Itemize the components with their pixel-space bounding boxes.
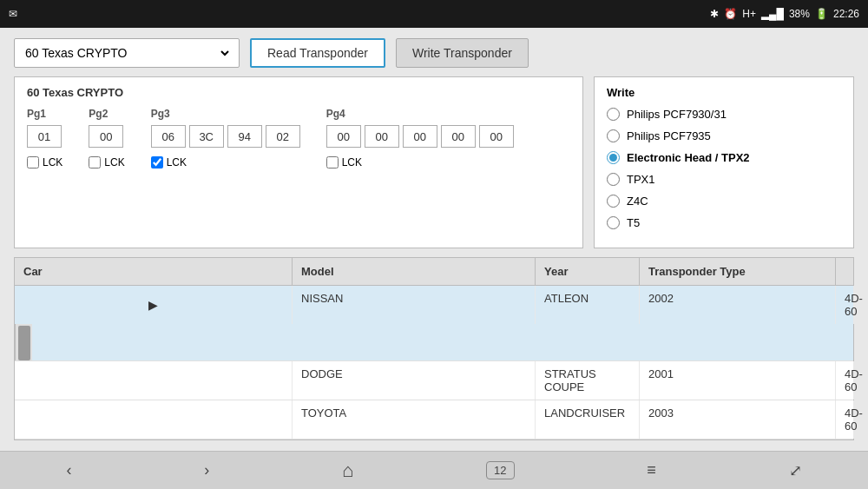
radio-ehead-input[interactable]	[607, 151, 620, 164]
table-header: Car Model Year Transponder Type	[15, 258, 853, 286]
scroll-thumb	[18, 326, 30, 360]
pg4-lck-label: LCK	[342, 156, 362, 169]
left-panel-title: 60 Texas CRYPTO	[27, 86, 570, 99]
pg4-group: Pg4 LCK	[326, 108, 514, 169]
row2-year: 2001	[640, 361, 836, 400]
pg2-lck-checkbox[interactable]	[89, 156, 101, 169]
pg2-label: Pg2	[89, 108, 124, 120]
row3-transponder: 4D-60	[836, 400, 854, 439]
tabs-badge: 12	[486, 461, 514, 479]
bluetooth-icon: ✱	[710, 8, 719, 20]
right-panel: Write Philips PCF7930/31 Philips PCF7935…	[594, 76, 854, 248]
mail-icon: ✉	[9, 8, 17, 20]
radio-pcf7930-input[interactable]	[607, 108, 620, 121]
pg2-lck-row: LCK	[89, 156, 124, 169]
pg4-label: Pg4	[326, 108, 514, 120]
left-panel: 60 Texas CRYPTO Pg1 LCK Pg2	[14, 76, 583, 248]
pg4-input-2[interactable]	[365, 125, 399, 148]
pg3-lck-row: LCK	[151, 156, 300, 169]
pg2-group: Pg2 LCK	[89, 108, 124, 169]
toolbar: 60 Texas CRYPTO 40 Texas 4D-60 4D-61 4D-…	[14, 38, 854, 68]
pg3-input-3[interactable]	[227, 125, 262, 148]
write-options: Philips PCF7930/31 Philips PCF7935 Elect…	[607, 108, 841, 229]
radio-z4c-input[interactable]	[607, 195, 620, 208]
col-transponder: Transponder Type	[640, 258, 836, 285]
col-car: Car	[15, 258, 293, 285]
pg3-input-1[interactable]	[151, 125, 186, 148]
write-transponder-button[interactable]: Write Transponder	[396, 38, 529, 68]
radio-t5-label: T5	[627, 216, 640, 229]
radio-z4c-label: Z4C	[627, 195, 648, 208]
row3-car: TOYOTA	[293, 400, 536, 439]
radio-tpx1: TPX1	[607, 173, 841, 186]
main-area: 60 Texas CRYPTO 40 Texas 4D-60 4D-61 4D-…	[0, 28, 868, 451]
pg1-group: Pg1 LCK	[27, 108, 62, 169]
radio-t5-input[interactable]	[607, 216, 620, 229]
row2-model: STRATUS COUPE	[536, 361, 640, 400]
row1-model: ATLEON	[536, 286, 640, 324]
row2-car: DODGE	[293, 361, 536, 400]
pg4-lck-checkbox[interactable]	[326, 156, 339, 169]
radio-ehead: Electronic Head / TPX2	[607, 151, 841, 164]
pg2-lck-label: LCK	[104, 156, 124, 169]
row1-year: 2002	[640, 286, 836, 324]
radio-pcf7935-label: Philips PCF7935	[627, 129, 711, 142]
pg4-input-3[interactable]	[403, 125, 437, 148]
pg3-input-2[interactable]	[189, 125, 224, 148]
radio-pcf7930-label: Philips PCF7930/31	[627, 108, 727, 121]
radio-tpx1-label: TPX1	[627, 173, 655, 186]
pg4-input-1[interactable]	[326, 125, 361, 148]
read-transponder-button[interactable]: Read Transponder	[250, 38, 385, 68]
col-model: Model	[293, 258, 536, 285]
radio-tpx1-input[interactable]	[607, 173, 620, 186]
fullscreen-button[interactable]: ⤢	[775, 456, 816, 486]
home-button[interactable]: ⌂	[328, 454, 367, 487]
radio-ehead-label: Electronic Head / TPX2	[627, 151, 750, 164]
forward-button[interactable]: ›	[190, 456, 223, 485]
status-bar: ✉ ✱ ⏰ H+ ▂▄█ 38% 🔋 22:26	[0, 0, 868, 28]
table-row[interactable]: TOYOTA LANDCRUISER 2003 4D-60	[15, 400, 853, 439]
pg1-lck-checkbox[interactable]	[27, 156, 39, 169]
menu-button[interactable]: ≡	[633, 456, 670, 485]
nav-bar: ‹ › ⌂ 12 ≡ ⤢	[0, 451, 868, 489]
pg2-input[interactable]	[89, 125, 123, 148]
col-scroll	[836, 258, 854, 285]
clock: 22:26	[833, 8, 859, 20]
pages-row: Pg1 LCK Pg2	[27, 108, 570, 169]
radio-pcf7930: Philips PCF7930/31	[607, 108, 841, 121]
battery-icon: 🔋	[815, 8, 828, 20]
transponder-dropdown-container[interactable]: 60 Texas CRYPTO 40 Texas 4D-60 4D-61 4D-…	[14, 38, 240, 68]
row1-car: NISSAN	[293, 286, 536, 324]
signal-bars: ▂▄█	[761, 8, 784, 20]
tabs-button[interactable]: 12	[472, 456, 528, 485]
alarm-icon: ⏰	[724, 8, 737, 20]
row1-transponder: 4D-60	[836, 286, 854, 324]
row3-model: LANDCRUISER	[536, 400, 640, 439]
row2-transponder: 4D-60	[836, 361, 854, 400]
back-button[interactable]: ‹	[52, 456, 85, 485]
radio-z4c: Z4C	[607, 195, 841, 208]
write-title: Write	[607, 86, 841, 99]
pg3-label: Pg3	[151, 108, 300, 120]
row2-arrow	[15, 361, 293, 400]
middle-section: 60 Texas CRYPTO Pg1 LCK Pg2	[14, 76, 854, 248]
battery-level: 38%	[789, 8, 810, 20]
pg4-input-5[interactable]	[479, 125, 514, 148]
table-row[interactable]: DODGE STRATUS COUPE 2001 4D-60	[15, 361, 853, 400]
pg3-lck-checkbox[interactable]	[151, 156, 163, 169]
pg1-label: Pg1	[27, 108, 62, 120]
pg4-input-4[interactable]	[441, 125, 476, 148]
pg3-input-4[interactable]	[266, 125, 300, 148]
pg3-group: Pg3 LCK	[151, 108, 300, 169]
table-row[interactable]: ▶ NISSAN ATLEON 2002 4D-60	[15, 286, 853, 361]
row1-arrow: ▶	[15, 286, 293, 324]
radio-pcf7935-input[interactable]	[607, 129, 620, 142]
table-section: Car Model Year Transponder Type ▶ NISSAN…	[14, 257, 854, 440]
network-icon: H+	[742, 8, 756, 20]
transponder-dropdown[interactable]: 60 Texas CRYPTO 40 Texas 4D-60 4D-61 4D-…	[22, 45, 232, 61]
table-body: ▶ NISSAN ATLEON 2002 4D-60 DODGE STRATUS…	[15, 286, 853, 439]
pg1-input[interactable]	[27, 125, 62, 148]
radio-t5: T5	[607, 216, 841, 229]
pg4-lck-row: LCK	[326, 156, 514, 169]
scrollbar[interactable]	[15, 324, 32, 360]
